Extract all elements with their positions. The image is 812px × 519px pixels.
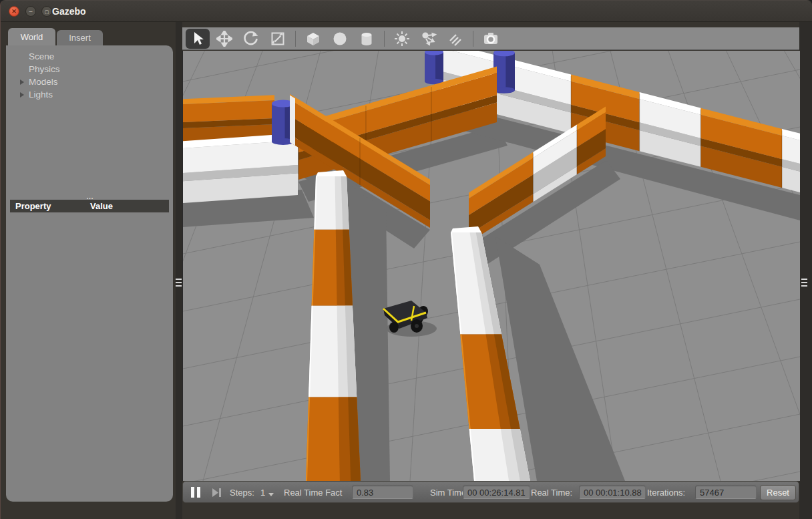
- property-table-header: Property Value: [10, 200, 169, 212]
- close-button[interactable]: ✕: [9, 6, 19, 17]
- right-splitter[interactable]: [799, 22, 812, 519]
- window-title: Gazebo: [52, 1, 86, 22]
- tree-item-label: Lights: [29, 90, 53, 100]
- tree-item-lights[interactable]: Lights: [6, 89, 173, 102]
- rotate-arrows-icon: [243, 31, 259, 47]
- tree-item-physics[interactable]: Physics: [6, 63, 173, 76]
- cursor-arrow-icon: [190, 31, 206, 47]
- viewport-canvas: [183, 51, 800, 481]
- splitter-grip-icon[interactable]: [176, 279, 182, 291]
- directional-light-tool-button[interactable]: [443, 29, 467, 49]
- scale-icon: [270, 31, 286, 47]
- tree-item-label: Physics: [29, 64, 60, 74]
- title-bar: ✕ – ▢ Gazebo: [1, 1, 812, 22]
- gazebo-window: ✕ – ▢ Gazebo World Insert ScenePhysicsMo…: [0, 0, 812, 519]
- spot-light-icon: [421, 31, 437, 47]
- view-toolbar: [182, 27, 799, 50]
- real-time-factor-field[interactable]: 0.83: [352, 486, 413, 499]
- real-time-field[interactable]: 00 00:01:10.88: [579, 486, 646, 499]
- value-column-header[interactable]: Value: [90, 201, 113, 211]
- world-tree: ScenePhysicsModelsLights: [6, 51, 173, 102]
- steps-label: Steps:: [230, 482, 254, 504]
- box-icon: [304, 30, 322, 47]
- sphere-icon: [331, 30, 349, 47]
- move-arrows-icon: [216, 31, 232, 47]
- world-panel: ScenePhysicsModelsLights ... Property Va…: [6, 45, 173, 502]
- expander-triangle-icon[interactable]: [20, 92, 24, 98]
- cylinder-tool-button[interactable]: [355, 29, 379, 49]
- step-button[interactable]: [210, 487, 222, 500]
- step-forward-icon: [210, 490, 222, 500]
- tree-item-models[interactable]: Models: [6, 76, 173, 89]
- toolbar-separator: [295, 31, 296, 47]
- point-light-tool-button[interactable]: [390, 29, 414, 49]
- toolbar-separator: [473, 31, 473, 47]
- real-time-label: Real Time:: [531, 482, 572, 504]
- tab-insert[interactable]: Insert: [57, 30, 103, 45]
- maximize-button[interactable]: ▢: [41, 6, 52, 17]
- screenshot-tool-button[interactable]: [479, 29, 503, 49]
- tree-item-scene[interactable]: Scene: [6, 51, 173, 63]
- tree-item-label: Models: [29, 77, 58, 87]
- iterations-field[interactable]: 57467: [695, 486, 757, 499]
- left-splitter[interactable]: [176, 22, 182, 519]
- steps-value[interactable]: 1: [260, 482, 265, 504]
- sim-time-field[interactable]: 00 00:26:14.81: [463, 486, 530, 499]
- iterations-label: Iterations:: [647, 482, 685, 504]
- spot-light-tool-button[interactable]: [417, 29, 441, 49]
- steps-caret-down-icon[interactable]: [268, 493, 274, 496]
- camera-icon: [482, 30, 499, 47]
- real-time-factor-label: Real Time Fact: [284, 482, 342, 504]
- rotate-tool-button[interactable]: [239, 29, 263, 49]
- render-viewport[interactable]: [182, 51, 799, 481]
- property-column-header[interactable]: Property: [15, 201, 51, 211]
- minimize-button[interactable]: –: [25, 6, 36, 17]
- toolbar-separator: [384, 31, 385, 47]
- cylinder-icon: [358, 30, 375, 47]
- pause-button[interactable]: [189, 486, 204, 499]
- translate-tool-button[interactable]: [212, 29, 236, 49]
- scale-tool-button[interactable]: [266, 29, 290, 49]
- select-tool-button[interactable]: [186, 29, 210, 49]
- reset-button[interactable]: Reset: [760, 485, 796, 500]
- tab-world[interactable]: World: [8, 28, 55, 45]
- simulation-status-bar: Steps: 1 Real Time Fact 0.83 Sim Time: 0…: [182, 481, 799, 503]
- box-tool-button[interactable]: [301, 29, 325, 49]
- expander-triangle-icon[interactable]: [20, 79, 24, 85]
- directional-light-icon: [447, 31, 463, 47]
- point-light-icon: [394, 31, 410, 47]
- sphere-tool-button[interactable]: [328, 29, 352, 49]
- tree-item-label: Scene: [29, 51, 54, 61]
- splitter-grip-icon[interactable]: [801, 279, 807, 291]
